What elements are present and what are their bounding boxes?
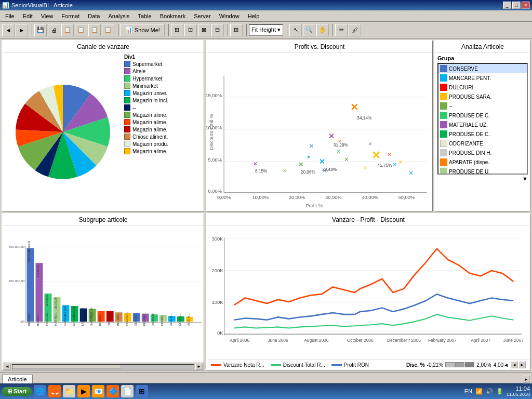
show-me-button[interactable]: 📊 Show Me! [121, 24, 165, 36]
analiza-item-8[interactable]: ODORIZANTE [438, 139, 527, 148]
line-chart-panel: Vanzare - Profit - Discount 300K 200K 10… [206, 213, 530, 370]
tool3[interactable]: 📋 [88, 24, 101, 36]
analiza-item-4[interactable]: -- [438, 101, 527, 111]
svg-text:DROPS...: DROPS... [178, 313, 181, 326]
tab-spacer [34, 383, 523, 383]
close-button[interactable]: ✕ [522, 2, 530, 9]
tool7[interactable]: ⊠ [198, 24, 210, 36]
print-button[interactable]: 🖨 [48, 24, 60, 36]
legend-item-3: Minimarket [124, 83, 203, 89]
analiza-item-10[interactable]: APARATE (dispe. [438, 157, 527, 167]
legend-title: Div1 [124, 54, 203, 60]
menu-server[interactable]: Server [190, 12, 215, 20]
disc-val-3: 4,00◄ [494, 362, 509, 368]
scroll-track [12, 364, 194, 369]
menu-format[interactable]: Format [57, 12, 84, 20]
menu-table[interactable]: Table [134, 12, 155, 20]
tool2[interactable]: 📋 [75, 24, 87, 36]
svg-text:Profit %: Profit % [305, 203, 323, 208]
analiza-item-11[interactable]: PRODUSE DE U. [438, 167, 527, 175]
disc-prev[interactable]: ◄ [511, 361, 518, 368]
forward-button[interactable]: ► [16, 24, 28, 36]
pen-tool[interactable]: ✏ [335, 24, 348, 36]
svg-text:41,75%: 41,75% [378, 163, 393, 168]
disc-nav[interactable]: ◄ ► [511, 361, 526, 368]
sep1 [30, 24, 32, 36]
analiza-item-1[interactable]: MANCARE PENT. [438, 73, 527, 83]
maximize-button[interactable]: □ [512, 2, 521, 9]
bar-chart-scrollbar[interactable]: ◄ ► [3, 363, 204, 370]
tool9[interactable]: ⊞ [230, 24, 243, 36]
bar-chart-container[interactable]: 400.000,00 200.000,00 ,00 PREZER... 398.… [3, 226, 204, 363]
tab-scroll-right[interactable]: ► [523, 376, 530, 383]
scroll-right-button[interactable]: ► [195, 364, 203, 370]
taskbar-icon-app1[interactable]: 🔷 [107, 385, 119, 397]
tool6[interactable]: ⊡ [184, 24, 197, 36]
analiza-item-3[interactable]: PRODUSE SARA. [438, 92, 527, 101]
save-button[interactable]: 💾 [34, 24, 47, 36]
svg-text:200K: 200K [212, 268, 224, 273]
analiza-item-7[interactable]: PRODUSE DE C. [438, 129, 527, 139]
analiza-list[interactable]: CONSERVE MANCARE PENT. DULCIURI PRODUSE … [437, 63, 528, 175]
pie-chart-container[interactable] [3, 53, 123, 211]
taskbar-icon-ff[interactable]: 🦊 [48, 385, 61, 397]
menu-analysis[interactable]: Analysis [104, 12, 134, 20]
scatter-chart-container[interactable]: Discount Total % 0,00% 5,00% 10,00% 15,0… [207, 53, 432, 211]
start-button[interactable]: ⊞ Start [2, 387, 32, 396]
menu-help[interactable]: Help [244, 12, 264, 20]
svg-text:20,00%: 20,00% [289, 195, 305, 200]
tool4[interactable]: 📋 [102, 24, 114, 36]
line-chart-container[interactable]: 300K 200K 100K 0K April 2006 June 2006 A… [207, 226, 530, 359]
fit-height-dropdown[interactable]: Fit Height ▾ [249, 24, 283, 36]
menu-edit[interactable]: Edit [19, 12, 37, 20]
tab-bar: Articole ► [0, 372, 532, 383]
profit-label: Profit RON [344, 362, 369, 368]
svg-text:✕: ✕ [298, 161, 303, 168]
tool8[interactable]: ⊟ [211, 24, 224, 36]
taskbar-icon-explorer[interactable]: 📁 [63, 385, 75, 397]
taskbar-icon-outlook[interactable]: 📧 [92, 385, 104, 397]
zoom-tool[interactable]: 🔍 [303, 24, 315, 36]
highlight-tool[interactable]: 🖊 [349, 24, 361, 36]
minimize-button[interactable]: _ [503, 2, 511, 9]
analiza-item-5[interactable]: PRODUSE DE C. [438, 111, 527, 120]
svg-text:400.000,00: 400.000,00 [9, 245, 25, 248]
svg-text:ALTE M...: ALTE M... [187, 313, 190, 326]
taskbar-icon-ie[interactable]: 🌐 [34, 385, 46, 397]
tool1[interactable]: 📋 [61, 24, 74, 36]
analiza-scroll-down[interactable]: ▼ [437, 176, 528, 182]
legend-discount: Discount Total R... [271, 362, 325, 368]
disc-next[interactable]: ► [518, 361, 526, 368]
svg-text:✕: ✕ [408, 169, 414, 177]
svg-text:✕: ✕ [253, 161, 257, 167]
menu-file[interactable]: File [1, 12, 19, 20]
analiza-item-9[interactable]: PRODUSE DIN H. [438, 148, 527, 157]
analiza-item-6[interactable]: MATERIALE UZ. [438, 120, 527, 129]
menu-window[interactable]: Window [215, 12, 244, 20]
menu-bookmark[interactable]: Bookmark [156, 12, 190, 20]
svg-text:PIUREU...: PIUREU... [99, 312, 102, 325]
svg-text:0,00%: 0,00% [217, 195, 231, 200]
svg-text:34,14%: 34,14% [357, 116, 372, 121]
back-button[interactable]: ◄ [2, 24, 15, 36]
hand-tool[interactable]: ✋ [316, 24, 329, 36]
taskbar-icon-media[interactable]: ▶ [77, 385, 90, 397]
legend-item-6: -- [124, 104, 203, 111]
cursor-tool[interactable]: ↖ [289, 24, 302, 36]
menu-view[interactable]: View [37, 12, 58, 20]
analiza-item-0[interactable]: CONSERVE [438, 64, 527, 73]
scroll-left-button[interactable]: ◄ [4, 364, 11, 370]
svg-text:October 2006: October 2006 [347, 338, 374, 343]
analiza-item-2[interactable]: DULCIURI [438, 83, 527, 92]
menu-data[interactable]: Data [84, 12, 104, 20]
tab-articole[interactable]: Articole [2, 375, 33, 383]
taskbar-battery-icon: 🔋 [496, 388, 503, 395]
svg-text:✕: ✕ [398, 159, 403, 165]
taskbar-icon-app3[interactable]: ⊞ [136, 385, 148, 397]
taskbar-date: 11.05.2010 [507, 392, 530, 397]
taskbar-icon-app2[interactable]: 📄 [121, 385, 134, 397]
tool5[interactable]: ⊞ [171, 24, 183, 36]
sep3 [167, 24, 169, 36]
svg-text:SNACKS: SNACKS [108, 314, 111, 326]
svg-text:Discount Total %: Discount Total % [209, 114, 214, 150]
